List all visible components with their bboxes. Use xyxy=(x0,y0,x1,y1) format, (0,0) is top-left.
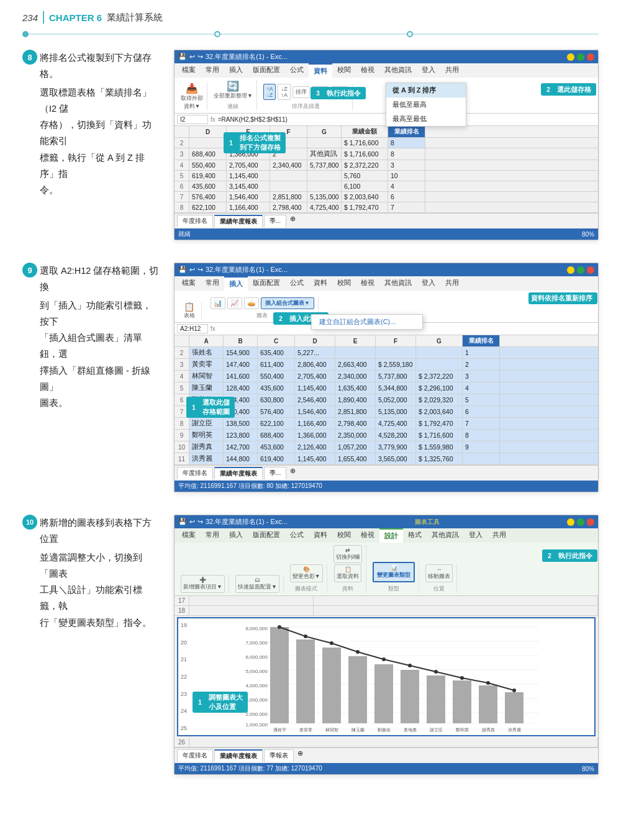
sheet-tab-report-10[interactable]: 業績年度報表 xyxy=(214,749,263,762)
r11a9[interactable]: 洪秀麗 xyxy=(189,453,224,464)
sheet-tab-quarter-10[interactable]: 季報表 xyxy=(264,749,294,762)
row-7-d-8[interactable]: 576,400 xyxy=(189,192,227,202)
win-minimize-10[interactable] xyxy=(567,518,574,526)
row-4-i-8[interactable]: 3 xyxy=(388,160,425,170)
tab-share-8[interactable]: 共用 xyxy=(440,63,464,78)
row-6-f-8[interactable] xyxy=(270,181,307,191)
tab-data-9[interactable]: 資料 xyxy=(309,276,332,291)
tab-home-9[interactable]: 常用 xyxy=(201,276,224,291)
r7g9[interactable]: $ 2,003,640 xyxy=(416,406,463,417)
tab-share-9[interactable]: 共用 xyxy=(440,276,464,291)
r11d9[interactable]: 1,145,400 xyxy=(295,453,335,464)
line-chart-btn-9[interactable]: 📈 xyxy=(227,297,242,309)
r6e9[interactable]: 1,890,400 xyxy=(335,394,376,405)
r4b9[interactable]: 141,600 xyxy=(224,371,258,382)
r3h9[interactable]: 2 xyxy=(463,359,500,370)
r8h9[interactable]: 7 xyxy=(463,418,500,429)
tab-review-9[interactable]: 校閱 xyxy=(332,276,356,291)
tab-data-8[interactable]: 資料 xyxy=(309,63,332,78)
r8d9[interactable]: 1,166,400 xyxy=(295,418,335,429)
tab-view-9[interactable]: 檢視 xyxy=(356,276,379,291)
tab-formula-10[interactable]: 公式 xyxy=(285,528,309,543)
tab-login-10[interactable]: 登入 xyxy=(464,528,487,543)
row-8-i-8[interactable]: 7 xyxy=(388,202,425,212)
refresh-btn-8[interactable]: 🔄 全部重新整理▼ xyxy=(214,80,253,100)
r6h9[interactable]: 5 xyxy=(463,394,500,405)
sheet-tab-report-9[interactable]: 業績年度報表 xyxy=(214,467,263,479)
row-7-e-8[interactable]: 1,546,400 xyxy=(227,192,270,202)
r3g9[interactable] xyxy=(416,359,463,370)
r3c9[interactable]: 611,400 xyxy=(258,359,295,370)
row-6-d-8[interactable]: 435,600 xyxy=(189,181,227,191)
row-4-f-8[interactable]: 2,340,400 xyxy=(270,160,307,170)
r10h9[interactable]: 9 xyxy=(463,441,500,453)
sort-low-item-8[interactable]: 最低至最高 xyxy=(386,97,466,112)
r10f9[interactable]: 3,779,900 xyxy=(376,441,416,453)
row-6-i-8[interactable]: 4 xyxy=(388,181,425,191)
tab-home-8[interactable]: 常用 xyxy=(201,63,224,78)
r7d9[interactable]: 1,546,400 xyxy=(295,406,335,417)
r4e9[interactable]: 2,340,000 xyxy=(335,371,376,382)
tab-layout-8[interactable]: 版面配置 xyxy=(248,63,285,78)
quick-layout-btn-10[interactable]: 🗂 快速版面配置▼ xyxy=(235,575,279,593)
tab-login-8[interactable]: 登入 xyxy=(417,63,440,78)
r8e9[interactable]: 2,798,400 xyxy=(335,418,376,429)
move-chart-btn-10[interactable]: ↔ 移動圖表 xyxy=(425,564,453,582)
row-7-i-8[interactable]: 6 xyxy=(388,192,425,202)
r4c9[interactable]: 550,400 xyxy=(258,371,295,382)
r9a9[interactable]: 鄭明英 xyxy=(189,430,224,441)
r5b9[interactable]: 128,400 xyxy=(224,382,258,394)
row-2-g-8[interactable] xyxy=(307,138,342,148)
r7e9[interactable]: 2,851,800 xyxy=(335,406,376,417)
r3d9[interactable]: 2,806,400 xyxy=(295,359,335,370)
r11b9[interactable]: 144,800 xyxy=(224,453,258,464)
r7f9[interactable]: 5,135,000 xyxy=(376,406,416,417)
r18b-10[interactable] xyxy=(314,606,598,615)
select-data-btn-10[interactable]: 📋 選取資料 xyxy=(334,564,361,582)
r4d9[interactable]: 2,705,400 xyxy=(295,371,335,382)
sheet-tab-annual-10[interactable]: 年度排名 xyxy=(177,749,213,762)
r9h9[interactable]: 8 xyxy=(463,430,500,441)
r2f9[interactable] xyxy=(376,347,416,358)
r5a9[interactable]: 陳玉蘭 xyxy=(189,382,224,394)
row-6-h-8[interactable]: 6,100 xyxy=(342,181,388,191)
win-minimize-9[interactable] xyxy=(567,266,574,274)
change-chart-type-btn-10[interactable]: 📊 變更圖表類型 xyxy=(373,562,415,582)
win-maximize-9[interactable] xyxy=(577,266,584,274)
r8g9[interactable]: $ 1,792,470 xyxy=(416,418,463,429)
change-colors-btn-10[interactable]: 🎨 變更色彩▼ xyxy=(290,564,323,582)
row-4-h-8[interactable]: $ 2,372,220 xyxy=(342,160,388,170)
r8a9[interactable]: 謝立臣 xyxy=(189,418,224,429)
add-chart-element-btn-10[interactable]: ➕ 新增圖表項目▼ xyxy=(181,575,225,593)
tab-other-8[interactable]: 其他資訊 xyxy=(379,63,417,78)
row-7-f-8[interactable]: 2,851,800 xyxy=(270,192,307,202)
sheet-tab-annual-8[interactable]: 年度排名 xyxy=(177,215,213,227)
tab-home-10[interactable]: 常用 xyxy=(201,528,224,543)
r9f9[interactable]: 4,528,200 xyxy=(376,430,416,441)
combo-chart-btn-9[interactable]: 插入組合式圖表▼ xyxy=(261,297,314,309)
row-5-i-8[interactable]: 10 xyxy=(388,171,425,181)
r3e9[interactable]: 2,663,400 xyxy=(335,359,376,370)
r11f9[interactable]: 3,565,000 xyxy=(376,453,416,464)
sheet-tab-report-8[interactable]: 業績年度報表 xyxy=(214,215,263,227)
r8c9[interactable]: 622,100 xyxy=(258,418,295,429)
tab-review-10[interactable]: 校閱 xyxy=(332,528,356,543)
r4h9[interactable]: 3 xyxy=(463,371,500,382)
r11c9[interactable]: 619,400 xyxy=(258,453,295,464)
sort-high-item-8[interactable]: 最高至最低 xyxy=(386,112,466,126)
r5c9[interactable]: 435,600 xyxy=(258,382,295,394)
sort-custom-btn-8[interactable]: 排序 xyxy=(292,86,310,98)
r4g9[interactable]: $ 2,372,220 xyxy=(416,371,463,382)
row-5-e-8[interactable]: 1,145,400 xyxy=(227,171,270,181)
excel-undo-10[interactable]: ↩ xyxy=(189,518,195,526)
r10a9[interactable]: 謝秀真 xyxy=(189,441,224,453)
r17b-10[interactable] xyxy=(314,596,598,605)
excel-redo-10[interactable]: ↪ xyxy=(197,518,203,526)
name-box-9[interactable]: A2:H12 xyxy=(177,324,208,333)
r2a9[interactable]: 張姓名 xyxy=(189,347,224,358)
r17-10[interactable] xyxy=(189,596,314,605)
r2d9[interactable]: 5,227... xyxy=(295,347,335,358)
tab-other-10[interactable]: 其他資訊 xyxy=(427,528,464,543)
sheet-tab-annual-9[interactable]: 年度排名 xyxy=(177,467,213,479)
tab-insert-10[interactable]: 插入 xyxy=(224,528,248,543)
